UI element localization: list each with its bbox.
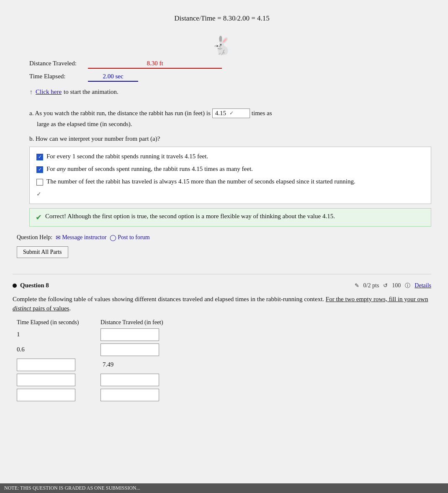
click-here-link[interactable]: Click here <box>36 88 62 96</box>
question-a-block: a. As you watch the rabbit run, the dist… <box>29 108 431 128</box>
post-to-forum-link[interactable]: ◯ Post to forum <box>110 234 149 241</box>
table-row-3: 7.49 <box>17 359 431 371</box>
time-elapsed-row: Time Elapsed: 2.00 sec <box>29 73 431 82</box>
options-box: For every 1 second the rabbit spends run… <box>29 147 431 204</box>
option-3-row: The number of feet the rabbit has travel… <box>36 178 424 186</box>
time-elapsed-label: Time Elapsed: <box>29 73 84 80</box>
question8-header: Question 8 ✎ 0/2 pts ↺ 100 ⓘ Details <box>13 282 431 289</box>
distance-value-container: 8.30 ft <box>88 60 222 69</box>
message-instructor-link[interactable]: ✉ Message instructor <box>56 234 106 241</box>
tries-display: 100 <box>392 282 401 289</box>
dist-input-1[interactable] <box>100 328 159 341</box>
small-check-icon: ✓ <box>36 191 41 198</box>
submit-checkmark: ✓ <box>36 191 424 198</box>
time-underline <box>88 81 138 82</box>
question-help-label: Question Help: <box>17 234 52 241</box>
click-here-icon: ↑ <box>29 88 33 96</box>
rabbit-animation-area: 🐇 <box>13 35 431 56</box>
note-bar: NOTE: THIS QUESTION IS GRADED AS ONE SUB… <box>0 483 448 493</box>
distance-traveled-row: Distance Traveled: 8.30 ft <box>29 60 431 69</box>
details-link[interactable]: Details <box>415 282 431 289</box>
question-b-block: b. How can we interpret your number from… <box>29 135 431 227</box>
option-1-row: For every 1 second the rabbit spends run… <box>36 153 424 160</box>
dist-cell-4 <box>100 374 163 386</box>
submit-all-parts-button[interactable]: Submit All Parts <box>17 246 68 258</box>
question8-meta: ✎ 0/2 pts ↺ 100 ⓘ Details <box>355 282 431 289</box>
dist-cell-2 <box>100 343 163 356</box>
question8-title: Question 8 <box>13 282 49 289</box>
question8-label: Question 8 <box>20 282 49 289</box>
checkmark-icon: ✓ <box>229 110 234 116</box>
option-1-text: For every 1 second the rabbit spends run… <box>46 153 208 160</box>
time-value: 2.00 sec <box>103 73 123 80</box>
time-cell-1: 1 <box>17 331 100 338</box>
question-a-line2: large as the elapsed time (in seconds). <box>37 121 431 128</box>
distance-traveled-label: Distance Traveled: <box>29 60 84 67</box>
time-value-container: 2.00 sec <box>88 73 138 82</box>
post-icon: ◯ <box>110 234 116 241</box>
question-help-row: Question Help: ✉ Message instructor ◯ Po… <box>17 234 431 241</box>
dist-input-5[interactable] <box>100 389 159 401</box>
answer-value: 4.15 <box>215 110 226 117</box>
correct-feedback-box: ✔ Correct! Although the first option is … <box>29 208 431 227</box>
question-a-row: a. As you watch the rabbit run, the dist… <box>29 108 431 118</box>
checkbox-3[interactable] <box>36 179 43 186</box>
edit-icon: ✎ <box>355 282 359 289</box>
pts-display: 0/2 pts <box>363 282 379 289</box>
message-icon: ✉ <box>56 234 61 241</box>
time-input-4[interactable] <box>17 374 75 386</box>
rabbit-icon: 🐇 <box>211 35 233 56</box>
dist-cell-3: 7.49 <box>100 361 163 368</box>
post-forum-text: Post to forum <box>118 234 149 241</box>
question-b-text: b. How can we interpret your number from… <box>29 135 431 142</box>
question8-table: Time Elapsed (in seconds) Distance Trave… <box>17 319 431 401</box>
checkbox-2[interactable] <box>36 166 43 173</box>
table-headers: Time Elapsed (in seconds) Distance Trave… <box>17 319 431 326</box>
question8-description: Complete the following table of values s… <box>13 294 431 313</box>
distance-value: 8.30 ft <box>147 60 163 67</box>
time-cell-2: 0.6 <box>17 346 100 353</box>
dist-cell-5 <box>100 389 163 401</box>
dist-cell-1 <box>100 328 163 341</box>
col2-header: Distance Traveled (in feet) <box>100 319 176 326</box>
option-3-text: The number of feet the rabbit has travel… <box>46 178 355 185</box>
question8-bullet <box>13 284 17 288</box>
animation-link-line: ↑ Click here to start the animation. <box>29 88 431 96</box>
formula-display: Distance/Time = 8.30/2.00 = 4.15 <box>13 8 431 23</box>
distance-underline <box>88 68 222 69</box>
table-row-2: 0.6 <box>17 343 431 356</box>
message-instructor-text: Message instructor <box>62 234 106 241</box>
note-text: NOTE: THIS QUESTION IS GRADED AS ONE SUB… <box>4 485 140 491</box>
time-cell-3 <box>17 359 100 371</box>
page: Distance/Time = 8.30/2.00 = 4.15 🐇 Dista… <box>0 0 448 493</box>
option-2-text: For any number of seconds spent running,… <box>46 165 253 173</box>
time-input-5[interactable] <box>17 389 75 401</box>
question-a-suffix: times as <box>252 110 272 117</box>
click-here-rest: to start the animation. <box>64 88 118 96</box>
time-input-3[interactable] <box>17 359 75 371</box>
correct-feedback-text: Correct! Although the first option is tr… <box>45 213 335 220</box>
formula-text: Distance/Time = 8.30/2.00 = 4.15 <box>174 14 269 22</box>
checkbox-1[interactable] <box>36 154 43 160</box>
time-cell-5 <box>17 389 100 401</box>
option-2-row: For any number of seconds spent running,… <box>36 165 424 173</box>
correct-check-icon: ✔ <box>36 213 42 222</box>
time-cell-4 <box>17 374 100 386</box>
table-row-5 <box>17 389 431 401</box>
dist-input-2[interactable] <box>100 343 159 356</box>
question-a-prefix: a. As you watch the rabbit run, the dist… <box>29 110 211 117</box>
table-row-1: 1 <box>17 328 431 341</box>
info-icon: ⓘ <box>405 282 410 289</box>
col1-header: Time Elapsed (in seconds) <box>17 319 100 326</box>
answer-input-container: 4.15 ✓ <box>212 108 250 118</box>
retry-icon: ↺ <box>383 282 388 289</box>
section-divider <box>13 274 431 274</box>
dist-input-4[interactable] <box>100 374 159 386</box>
table-row-4 <box>17 374 431 386</box>
